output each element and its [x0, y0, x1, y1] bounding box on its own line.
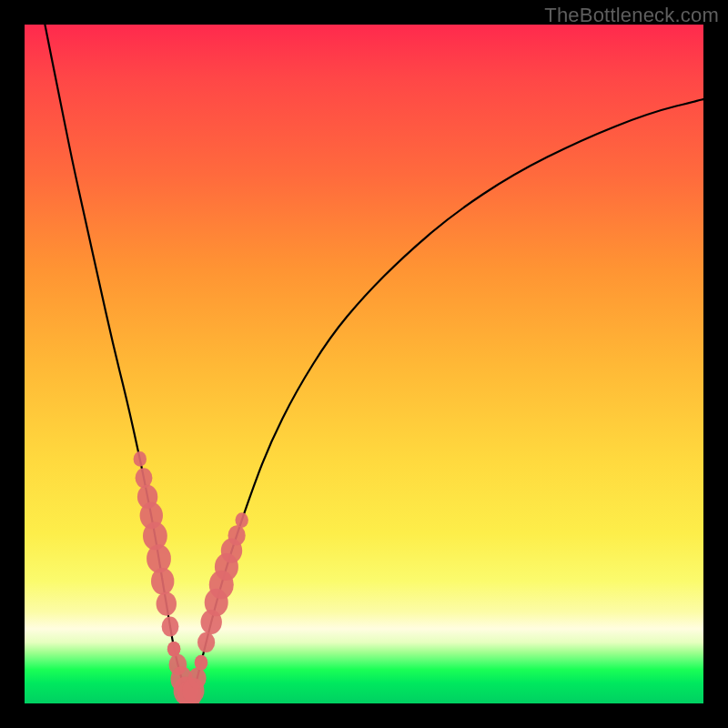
- marker-dot: [197, 632, 215, 652]
- marker-dot: [136, 468, 153, 488]
- bottleneck-curve: [45, 25, 703, 694]
- marker-dot: [195, 655, 207, 671]
- marker-dot: [162, 617, 179, 637]
- marker-dot: [228, 525, 246, 545]
- chart-svg: [25, 25, 703, 703]
- marker-dot: [188, 668, 207, 689]
- marker-group: [134, 451, 248, 703]
- watermark-text: TheBottleneck.com: [544, 4, 719, 27]
- marker-dot: [236, 512, 248, 528]
- marker-dot: [151, 568, 174, 595]
- marker-dot: [134, 451, 147, 467]
- marker-dot: [157, 592, 177, 616]
